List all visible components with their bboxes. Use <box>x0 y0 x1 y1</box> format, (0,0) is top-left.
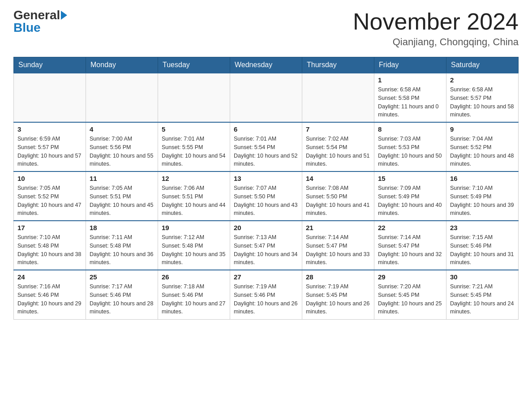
title-block: November 2024 Qianjiang, Chongqing, Chin… <box>353 9 519 48</box>
col-header-wednesday: Wednesday <box>230 57 302 73</box>
day-info: Sunrise: 7:05 AMSunset: 5:51 PMDaylight:… <box>90 184 154 218</box>
calendar-cell: 25Sunrise: 7:17 AMSunset: 5:46 PMDayligh… <box>86 270 158 319</box>
day-info: Sunrise: 7:10 AMSunset: 5:48 PMDaylight:… <box>17 233 82 267</box>
page-header: General Blue November 2024 Qianjiang, Ch… <box>13 9 519 48</box>
logo-general-text: General <box>13 9 60 21</box>
day-number: 9 <box>450 125 515 133</box>
calendar-cell: 15Sunrise: 7:09 AMSunset: 5:49 PMDayligh… <box>374 171 446 221</box>
day-info: Sunrise: 7:19 AMSunset: 5:45 PMDaylight:… <box>306 283 370 316</box>
calendar-cell: 18Sunrise: 7:11 AMSunset: 5:48 PMDayligh… <box>86 221 158 270</box>
day-number: 26 <box>162 273 226 281</box>
calendar-cell: 11Sunrise: 7:05 AMSunset: 5:51 PMDayligh… <box>86 171 158 221</box>
calendar-cell: 14Sunrise: 7:08 AMSunset: 5:50 PMDayligh… <box>302 171 374 221</box>
calendar-cell: 8Sunrise: 7:03 AMSunset: 5:53 PMDaylight… <box>374 122 446 171</box>
day-info: Sunrise: 7:15 AMSunset: 5:46 PMDaylight:… <box>450 233 515 267</box>
calendar-cell: 27Sunrise: 7:19 AMSunset: 5:46 PMDayligh… <box>230 270 302 319</box>
day-number: 28 <box>306 273 370 281</box>
day-number: 23 <box>450 224 515 231</box>
day-info: Sunrise: 6:58 AMSunset: 5:58 PMDaylight:… <box>378 86 442 119</box>
day-number: 1 <box>378 76 442 84</box>
day-number: 25 <box>90 273 154 281</box>
day-number: 13 <box>234 175 298 182</box>
calendar-cell: 17Sunrise: 7:10 AMSunset: 5:48 PMDayligh… <box>14 221 86 270</box>
logo-triangle-icon <box>61 11 67 20</box>
day-number: 4 <box>90 125 154 133</box>
calendar-cell <box>230 73 302 122</box>
calendar-cell: 12Sunrise: 7:06 AMSunset: 5:51 PMDayligh… <box>158 171 230 221</box>
day-info: Sunrise: 7:04 AMSunset: 5:52 PMDaylight:… <box>450 135 515 168</box>
calendar-cell: 24Sunrise: 7:16 AMSunset: 5:46 PMDayligh… <box>14 270 86 319</box>
day-number: 21 <box>306 224 370 231</box>
calendar-cell: 21Sunrise: 7:14 AMSunset: 5:47 PMDayligh… <box>302 221 374 270</box>
calendar-week-1: 1Sunrise: 6:58 AMSunset: 5:58 PMDaylight… <box>14 73 519 122</box>
day-number: 12 <box>162 175 226 182</box>
calendar-cell: 5Sunrise: 7:01 AMSunset: 5:55 PMDaylight… <box>158 122 230 171</box>
calendar-header-row: SundayMondayTuesdayWednesdayThursdayFrid… <box>14 57 519 73</box>
calendar-cell: 4Sunrise: 7:00 AMSunset: 5:56 PMDaylight… <box>86 122 158 171</box>
calendar-cell <box>302 73 374 122</box>
day-info: Sunrise: 7:18 AMSunset: 5:46 PMDaylight:… <box>162 283 226 316</box>
day-info: Sunrise: 6:58 AMSunset: 5:57 PMDaylight:… <box>450 86 515 119</box>
day-info: Sunrise: 7:19 AMSunset: 5:46 PMDaylight:… <box>234 283 298 316</box>
calendar-cell: 1Sunrise: 6:58 AMSunset: 5:58 PMDaylight… <box>374 73 446 122</box>
calendar-week-5: 24Sunrise: 7:16 AMSunset: 5:46 PMDayligh… <box>14 270 519 319</box>
day-info: Sunrise: 7:16 AMSunset: 5:46 PMDaylight:… <box>17 283 82 316</box>
calendar-cell: 30Sunrise: 7:21 AMSunset: 5:45 PMDayligh… <box>446 270 519 319</box>
day-info: Sunrise: 7:01 AMSunset: 5:55 PMDaylight:… <box>162 135 226 168</box>
day-number: 2 <box>450 76 515 84</box>
day-info: Sunrise: 7:08 AMSunset: 5:50 PMDaylight:… <box>306 184 370 218</box>
calendar-cell: 3Sunrise: 6:59 AMSunset: 5:57 PMDaylight… <box>14 122 86 171</box>
day-info: Sunrise: 7:07 AMSunset: 5:50 PMDaylight:… <box>234 184 298 218</box>
day-info: Sunrise: 7:14 AMSunset: 5:47 PMDaylight:… <box>378 233 442 267</box>
day-number: 14 <box>306 175 370 182</box>
calendar-cell: 29Sunrise: 7:20 AMSunset: 5:45 PMDayligh… <box>374 270 446 319</box>
calendar-cell: 19Sunrise: 7:12 AMSunset: 5:48 PMDayligh… <box>158 221 230 270</box>
day-info: Sunrise: 7:02 AMSunset: 5:54 PMDaylight:… <box>306 135 370 168</box>
day-number: 3 <box>17 125 82 133</box>
col-header-sunday: Sunday <box>14 57 86 73</box>
day-number: 5 <box>162 125 226 133</box>
calendar-week-2: 3Sunrise: 6:59 AMSunset: 5:57 PMDaylight… <box>14 122 519 171</box>
calendar-cell <box>86 73 158 122</box>
day-info: Sunrise: 7:06 AMSunset: 5:51 PMDaylight:… <box>162 184 226 218</box>
calendar-cell: 7Sunrise: 7:02 AMSunset: 5:54 PMDaylight… <box>302 122 374 171</box>
col-header-saturday: Saturday <box>446 57 519 73</box>
calendar-cell: 16Sunrise: 7:10 AMSunset: 5:49 PMDayligh… <box>446 171 519 221</box>
col-header-thursday: Thursday <box>302 57 374 73</box>
day-info: Sunrise: 7:20 AMSunset: 5:45 PMDaylight:… <box>378 283 442 316</box>
calendar-cell: 9Sunrise: 7:04 AMSunset: 5:52 PMDaylight… <box>446 122 519 171</box>
day-number: 22 <box>378 224 442 231</box>
calendar-cell <box>14 73 86 122</box>
day-number: 18 <box>90 224 154 231</box>
day-number: 6 <box>234 125 298 133</box>
day-number: 20 <box>234 224 298 231</box>
calendar-cell: 22Sunrise: 7:14 AMSunset: 5:47 PMDayligh… <box>374 221 446 270</box>
day-info: Sunrise: 6:59 AMSunset: 5:57 PMDaylight:… <box>17 135 82 168</box>
calendar-cell: 10Sunrise: 7:05 AMSunset: 5:52 PMDayligh… <box>14 171 86 221</box>
day-info: Sunrise: 7:01 AMSunset: 5:54 PMDaylight:… <box>234 135 298 168</box>
day-info: Sunrise: 7:09 AMSunset: 5:49 PMDaylight:… <box>378 184 442 218</box>
day-info: Sunrise: 7:05 AMSunset: 5:52 PMDaylight:… <box>17 184 82 218</box>
col-header-tuesday: Tuesday <box>158 57 230 73</box>
calendar-cell: 20Sunrise: 7:13 AMSunset: 5:47 PMDayligh… <box>230 221 302 270</box>
day-number: 8 <box>378 125 442 133</box>
col-header-friday: Friday <box>374 57 446 73</box>
day-info: Sunrise: 7:13 AMSunset: 5:47 PMDaylight:… <box>234 233 298 267</box>
calendar-cell: 26Sunrise: 7:18 AMSunset: 5:46 PMDayligh… <box>158 270 230 319</box>
calendar-cell: 13Sunrise: 7:07 AMSunset: 5:50 PMDayligh… <box>230 171 302 221</box>
day-number: 27 <box>234 273 298 281</box>
location-text: Qianjiang, Chongqing, China <box>353 36 519 48</box>
day-info: Sunrise: 7:10 AMSunset: 5:49 PMDaylight:… <box>450 184 515 218</box>
calendar-week-4: 17Sunrise: 7:10 AMSunset: 5:48 PMDayligh… <box>14 221 519 270</box>
day-number: 29 <box>378 273 442 281</box>
day-number: 19 <box>162 224 226 231</box>
calendar-cell: 2Sunrise: 6:58 AMSunset: 5:57 PMDaylight… <box>446 73 519 122</box>
logo-blue-text: Blue <box>13 21 41 34</box>
day-info: Sunrise: 7:03 AMSunset: 5:53 PMDaylight:… <box>378 135 442 168</box>
calendar-cell <box>158 73 230 122</box>
calendar-cell: 23Sunrise: 7:15 AMSunset: 5:46 PMDayligh… <box>446 221 519 270</box>
day-info: Sunrise: 7:12 AMSunset: 5:48 PMDaylight:… <box>162 233 226 267</box>
col-header-monday: Monday <box>86 57 158 73</box>
day-number: 17 <box>17 224 82 231</box>
day-number: 24 <box>17 273 82 281</box>
